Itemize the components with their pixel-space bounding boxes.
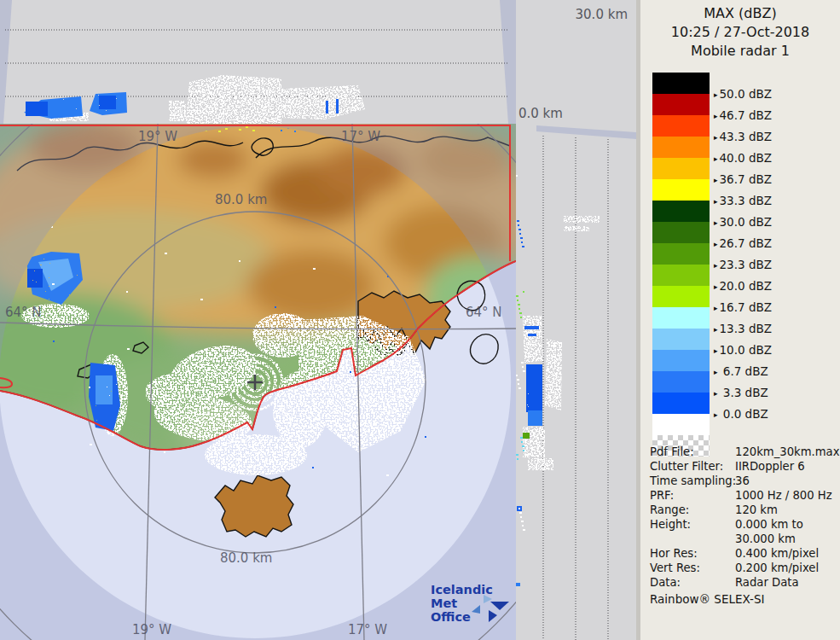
sidebar-titles: MAX (dBZ) 10:25 / 27-Oct-2018 Mobile rad… [640,4,840,61]
metadata-row: Pdf File:120km_30km.max [650,445,839,459]
height-axis-min-label: 0.0 km [518,106,563,121]
latitude-label-left: 64° N [5,305,42,320]
metadata-value: Radar Data [735,575,839,590]
scale-swatch [652,350,710,371]
scale-label: ▸ 3.3 dBZ [714,386,825,399]
scale-tick-arrow-icon: ▸ [714,218,718,227]
scale-swatch [652,222,710,243]
scale-label: ▸26.7 dBZ [714,236,825,250]
left-edge-specks [516,175,525,531]
right-height-profile-panel[interactable] [516,124,636,640]
logo-triangles-icon [465,595,509,624]
metadata-row: Vert Res:0.200 km/pixel [650,561,839,575]
metadata-label: PRF: [650,488,735,503]
scale-tick-arrow-icon: ▸ [714,133,718,142]
scale-label: ▸10.0 dBZ [714,343,825,357]
scale-tick-arrow-icon: ▸ [714,261,718,270]
scale-swatch [652,201,710,222]
metadata-value: 0.400 km/pixel [735,546,839,561]
scale-swatch [652,265,710,286]
top-profile-canvas [0,0,516,124]
scale-swatch [652,158,710,179]
software-brand: Rainbow® SELEX-SI [650,592,764,606]
right-profile-canvas [516,124,636,640]
metadata-label: Time sampling: [650,474,735,488]
scale-label: ▸33.3 dBZ [714,194,825,207]
product-metadata: Pdf File:120km_30km.maxClutter Filter:II… [650,445,839,590]
metadata-value: 0.000 km to [735,517,839,532]
scale-tick-arrow-icon: ▸ [714,240,718,248]
scale-swatch [652,179,710,201]
scale-label: ▸ 0.0 dBZ [714,407,825,421]
scale-label: ▸ 6.7 dBZ [714,364,825,378]
metadata-row: Height:0.000 km to [650,517,839,532]
metadata-label: Height: [650,517,735,532]
scale-label: ▸40.0 dBZ [714,151,825,165]
longitude-east-label-top: 17° W [341,129,380,144]
scale-swatch [652,115,710,137]
scale-swatch [652,286,710,307]
scan-datetime: 10:25 / 27-Oct-2018 [640,23,840,42]
scale-label: ▸36.7 dBZ [714,172,825,186]
metadata-row: PRF:1000 Hz / 800 Hz [650,488,839,503]
scale-label: ▸20.0 dBZ [714,279,825,293]
reflectivity-scale: ▸50.0 dBZ▸46.7 dBZ▸43.3 dBZ▸40.0 dBZ▸36.… [652,73,831,448]
radar-map-panel[interactable]: 80.0 km 80.0 km 64° N 64° N 19° W 17° W … [0,124,516,640]
metadata-row: Hor Res:0.400 km/pixel [650,546,839,561]
product-title: MAX (dBZ) [640,4,840,23]
latitude-label-right: 64° N [466,305,502,320]
metadata-value: 36 [735,474,839,488]
metadata-value: 120km_30km.max [735,445,839,459]
metadata-label [650,532,735,546]
scale-swatch [652,137,710,158]
metadata-value: IIRDoppler 6 [735,459,839,474]
metadata-value: 0.200 km/pixel [735,561,839,575]
scale-swatch [652,307,710,329]
height-axis-max-label: 30.0 km [576,7,628,22]
height-axis-corner-panel: 30.0 km 0.0 km [516,0,636,124]
scale-label: ▸13.3 dBZ [714,322,825,335]
right-profile-white-echoes [523,216,600,470]
metadata-row: Data:Radar Data [650,575,839,590]
scale-tick-arrow-icon: ▸ [714,346,718,355]
radar-display-window: 30.0 km 0.0 km [0,0,840,640]
metadata-row: 30.000 km [650,532,839,546]
scale-tick-arrow-icon: ▸ [714,389,718,398]
scale-tick-arrow-icon: ▸ [714,282,718,291]
metadata-label: Vert Res: [650,561,735,575]
longitude-west-label-top: 19° W [138,129,177,144]
scale-tick-arrow-icon: ▸ [714,304,718,312]
metadata-value: 1000 Hz / 800 Hz [735,488,839,503]
scale-label: ▸43.3 dBZ [714,130,825,143]
scan-edge-wedge [536,125,636,139]
scale-swatch [652,94,710,115]
scale-label: ▸16.7 dBZ [714,300,825,314]
top-height-profile-panel[interactable] [0,0,516,124]
scale-tick-arrow-icon: ▸ [714,410,718,419]
scale-tick-arrow-icon: ▸ [714,368,718,376]
scale-tick-arrow-icon: ▸ [714,90,718,99]
icelandic-met-office-logo: Icelandic Met Office [431,583,512,624]
radar-name: Mobile radar 1 [640,42,840,61]
metadata-label: Clutter Filter: [650,459,735,474]
metadata-label: Hor Res: [650,546,735,561]
scale-label: ▸30.0 dBZ [714,215,825,229]
metadata-row: Clutter Filter:IIRDoppler 6 [650,459,839,474]
range-ring-label-bottom: 80.0 km [220,550,272,566]
metadata-value: 120 km [735,503,839,517]
scale-tick-arrow-icon: ▸ [714,325,718,334]
metadata-value: 30.000 km [735,532,839,546]
scale-swatch-below-min [652,414,710,435]
metadata-row: Time sampling:36 [650,474,839,488]
legend-sidebar: MAX (dBZ) 10:25 / 27-Oct-2018 Mobile rad… [636,0,840,640]
scale-swatch [652,393,710,414]
longitude-east-label-bottom: 17° W [348,622,387,637]
scale-tick-arrow-icon: ▸ [714,197,718,206]
scale-tick-arrow-icon: ▸ [714,154,718,163]
metadata-label: Data: [650,575,735,590]
scale-label: ▸46.7 dBZ [714,108,825,122]
scale-swatch [652,329,710,350]
metadata-row: Range:120 km [650,503,839,517]
metadata-label: Range: [650,503,735,517]
scale-label: ▸23.3 dBZ [714,258,825,271]
